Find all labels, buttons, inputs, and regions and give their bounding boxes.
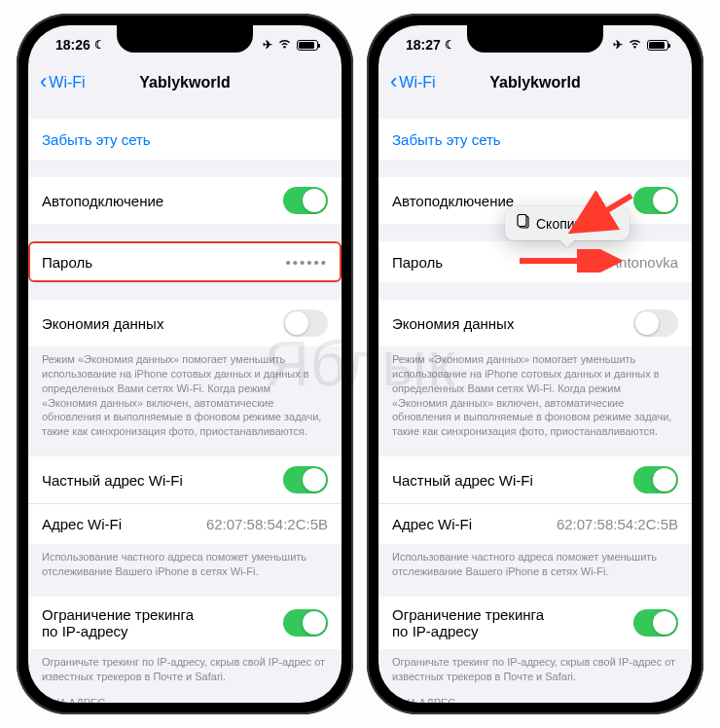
copy-popover[interactable]: Скопировать (505, 206, 630, 240)
private-address-row: Частный адрес Wi-Fi (378, 456, 692, 503)
phone-frame-left: 18:26 ☾ ✈ ‹ Wi-Fi Yablykworld Забыть эту… (17, 14, 353, 714)
chevron-left-icon: ‹ (40, 71, 47, 92)
auto-join-toggle[interactable] (633, 187, 678, 214)
wifi-address-value: 62:07:58:54:2C:5B (206, 516, 328, 532)
wifi-icon (628, 38, 642, 52)
nav-bar: ‹ Wi-Fi Yablykworld (378, 64, 692, 101)
phone-frame-right: 18:27 ☾ ✈ ‹ Wi-Fi Yablykworld Забыть эту… (367, 14, 703, 714)
airplane-icon: ✈ (613, 38, 623, 52)
password-value: •••••• (285, 254, 328, 271)
dnd-moon-icon: ☾ (445, 38, 455, 52)
status-time: 18:27 (406, 37, 441, 53)
wifi-address-label: Адрес Wi-Fi (392, 516, 472, 532)
limit-tracking-label-2: по IP-адресу (392, 623, 544, 639)
back-label: Wi-Fi (49, 74, 85, 91)
address-footer: Использование частного адреса поможет ум… (378, 544, 692, 579)
password-value: Antonovka (609, 254, 678, 271)
wifi-address-label: Адрес Wi-Fi (42, 516, 122, 532)
limit-tracking-label-1: Ограничение трекинга (392, 606, 544, 623)
wifi-address-value: 62:07:58:54:2C:5B (557, 516, 678, 532)
nav-title: Yablykworld (489, 74, 580, 91)
notch (117, 25, 253, 53)
airplane-icon: ✈ (263, 38, 272, 52)
wifi-address-row: Адрес Wi-Fi 62:07:58:54:2C:5B (378, 503, 692, 544)
tracking-footer: Ограничьте трекинг по IP-адресу, скрыв с… (28, 649, 342, 684)
forget-label: Забыть эту сеть (392, 131, 501, 148)
low-data-footer: Режим «Экономия данных» помогает уменьши… (378, 346, 692, 439)
dnd-moon-icon: ☾ (94, 38, 105, 52)
clipboard-icon (517, 214, 530, 233)
limit-tracking-label-2: по IP-адресу (42, 623, 194, 639)
private-address-row: Частный адрес Wi-Fi (28, 456, 342, 503)
forget-network-button[interactable]: Забыть эту сеть (378, 119, 692, 160)
ipv4-header: IPV4-АДРЕС (28, 683, 342, 703)
low-data-toggle[interactable] (283, 309, 328, 337)
limit-tracking-label-1: Ограничение трекинга (42, 606, 194, 623)
limit-tracking-row: Ограничение трекинга по IP-адресу (28, 597, 342, 649)
auto-join-label: Автоподключение (42, 193, 163, 209)
address-footer: Использование частного адреса поможет ум… (28, 544, 342, 579)
low-data-row: Экономия данных (28, 300, 342, 346)
nav-title: Yablykworld (139, 74, 230, 91)
private-address-toggle[interactable] (283, 466, 328, 493)
battery-icon (647, 40, 668, 51)
tracking-footer: Ограничьте трекинг по IP-адресу, скрыв с… (378, 649, 692, 684)
screen: 18:27 ☾ ✈ ‹ Wi-Fi Yablykworld Забыть эту… (378, 25, 692, 703)
limit-tracking-toggle[interactable] (633, 609, 678, 637)
low-data-footer: Режим «Экономия данных» помогает уменьши… (28, 346, 342, 439)
auto-join-label: Автоподключение (392, 193, 514, 209)
back-button[interactable]: ‹ Wi-Fi (390, 73, 436, 92)
back-button[interactable]: ‹ Wi-Fi (40, 73, 86, 92)
nav-bar: ‹ Wi-Fi Yablykworld (28, 64, 342, 101)
low-data-label: Экономия данных (392, 315, 514, 332)
limit-tracking-row: Ограничение трекинга по IP-адресу (378, 597, 692, 649)
private-address-label: Частный адрес Wi-Fi (392, 472, 533, 489)
forget-label: Забыть эту сеть (42, 131, 151, 148)
content-area[interactable]: Забыть эту сеть Автоподключение Скопиров… (378, 101, 692, 703)
ipv4-header: IPV4-АДРЕС (378, 683, 692, 703)
chevron-left-icon: ‹ (390, 71, 397, 92)
auto-join-row: Автоподключение (28, 177, 342, 224)
low-data-toggle[interactable] (633, 309, 678, 337)
wifi-address-row: Адрес Wi-Fi 62:07:58:54:2C:5B (28, 503, 342, 544)
battery-icon (297, 40, 318, 51)
content-area[interactable]: Забыть эту сеть Автоподключение Пароль •… (28, 101, 342, 703)
back-label: Wi-Fi (399, 74, 435, 91)
status-time: 18:26 (55, 37, 90, 53)
private-address-toggle[interactable] (633, 466, 678, 493)
screen: 18:26 ☾ ✈ ‹ Wi-Fi Yablykworld Забыть эту… (28, 25, 342, 703)
limit-tracking-toggle[interactable] (283, 609, 328, 637)
auto-join-toggle[interactable] (283, 187, 328, 214)
forget-network-button[interactable]: Забыть эту сеть (28, 119, 342, 160)
wifi-icon (277, 38, 292, 52)
password-row[interactable]: Пароль Antonovka (378, 241, 692, 282)
copy-label: Скопировать (536, 216, 618, 232)
low-data-row: Экономия данных (378, 300, 692, 346)
notch (467, 25, 603, 53)
private-address-label: Частный адрес Wi-Fi (42, 472, 183, 489)
password-label: Пароль (42, 254, 92, 271)
low-data-label: Экономия данных (42, 315, 163, 332)
password-label: Пароль (392, 254, 443, 271)
svg-rect-1 (518, 215, 526, 227)
password-row[interactable]: Пароль •••••• (28, 241, 342, 282)
